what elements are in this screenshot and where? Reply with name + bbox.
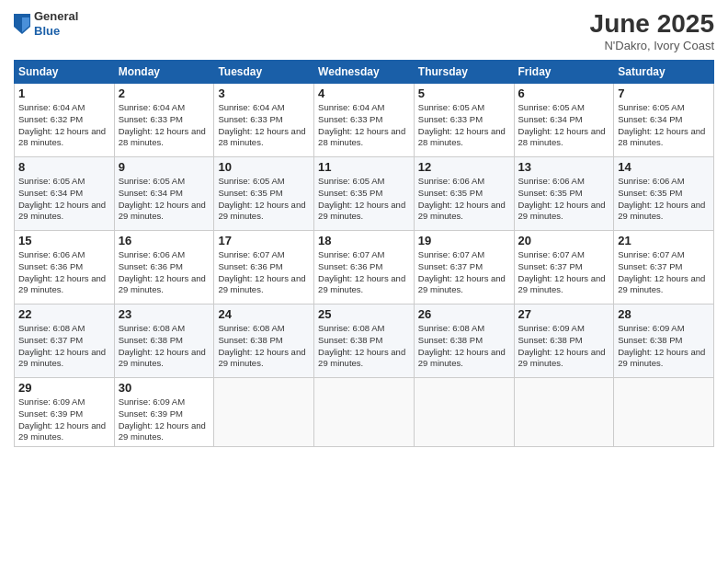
weekday-header-row: Sunday Monday Tuesday Wednesday Thursday… [15, 61, 714, 84]
table-row: 24 Sunrise: 6:08 AMSunset: 6:38 PMDaylig… [214, 304, 314, 378]
table-row: 10 Sunrise: 6:05 AMSunset: 6:35 PMDaylig… [214, 157, 314, 231]
calendar: Sunday Monday Tuesday Wednesday Thursday… [14, 60, 714, 447]
day-number: 20 [518, 234, 610, 247]
table-row: 26 Sunrise: 6:08 AMSunset: 6:38 PMDaylig… [414, 304, 514, 378]
table-row [514, 378, 614, 447]
day-info: Sunrise: 6:08 AMSunset: 6:38 PMDaylight:… [218, 323, 305, 368]
day-info: Sunrise: 6:05 AMSunset: 6:33 PMDaylight:… [418, 102, 506, 147]
logo: General Blue [14, 9, 78, 38]
logo-general-text: General [34, 9, 78, 24]
month-title: June 2025 [590, 9, 714, 39]
day-number: 27 [518, 307, 610, 321]
logo-text: General Blue [34, 9, 78, 38]
day-info: Sunrise: 6:05 AMSunset: 6:34 PMDaylight:… [618, 102, 705, 147]
day-info: Sunrise: 6:05 AMSunset: 6:34 PMDaylight:… [119, 176, 206, 221]
header-saturday: Saturday [614, 61, 714, 84]
day-info: Sunrise: 6:06 AMSunset: 6:35 PMDaylight:… [618, 176, 705, 221]
header: General Blue June 2025 N'Dakro, Ivory Co… [14, 9, 714, 52]
table-row: 2 Sunrise: 6:04 AMSunset: 6:33 PMDayligh… [114, 84, 214, 157]
day-info: Sunrise: 6:04 AMSunset: 6:33 PMDaylight:… [119, 102, 206, 147]
day-number: 26 [418, 307, 510, 321]
table-row [414, 378, 514, 447]
day-number: 22 [18, 307, 110, 321]
day-number: 5 [418, 86, 510, 100]
day-info: Sunrise: 6:09 AMSunset: 6:39 PMDaylight:… [119, 396, 206, 442]
day-number: 16 [119, 234, 210, 247]
table-row: 6 Sunrise: 6:05 AMSunset: 6:34 PMDayligh… [514, 84, 614, 157]
table-row: 14 Sunrise: 6:06 AMSunset: 6:35 PMDaylig… [614, 157, 714, 231]
table-row: 12 Sunrise: 6:06 AMSunset: 6:35 PMDaylig… [414, 157, 514, 231]
logo-icon [14, 14, 30, 34]
day-info: Sunrise: 6:08 AMSunset: 6:38 PMDaylight:… [119, 323, 206, 368]
table-row: 4 Sunrise: 6:04 AMSunset: 6:33 PMDayligh… [314, 84, 415, 157]
day-info: Sunrise: 6:07 AMSunset: 6:36 PMDaylight:… [318, 249, 405, 294]
day-info: Sunrise: 6:07 AMSunset: 6:36 PMDaylight:… [218, 249, 305, 294]
day-info: Sunrise: 6:04 AMSunset: 6:33 PMDaylight:… [218, 102, 305, 147]
logo-blue-text: Blue [34, 24, 78, 39]
day-number: 29 [18, 381, 110, 395]
day-info: Sunrise: 6:08 AMSunset: 6:38 PMDaylight:… [418, 323, 506, 368]
day-number: 12 [418, 160, 510, 174]
header-thursday: Thursday [414, 61, 514, 84]
day-number: 8 [18, 160, 110, 174]
table-row: 28 Sunrise: 6:09 AMSunset: 6:38 PMDaylig… [614, 304, 714, 378]
day-number: 6 [518, 86, 610, 100]
day-number: 15 [18, 234, 110, 247]
day-number: 9 [119, 160, 210, 174]
day-number: 10 [218, 160, 310, 174]
day-number: 18 [318, 234, 410, 247]
day-info: Sunrise: 6:06 AMSunset: 6:36 PMDaylight:… [119, 249, 206, 294]
table-row: 20 Sunrise: 6:07 AMSunset: 6:37 PMDaylig… [514, 231, 614, 304]
table-row: 9 Sunrise: 6:05 AMSunset: 6:34 PMDayligh… [114, 157, 214, 231]
table-row: 7 Sunrise: 6:05 AMSunset: 6:34 PMDayligh… [614, 84, 714, 157]
table-row: 30 Sunrise: 6:09 AMSunset: 6:39 PMDaylig… [114, 378, 214, 447]
table-row: 22 Sunrise: 6:08 AMSunset: 6:37 PMDaylig… [15, 304, 115, 378]
day-info: Sunrise: 6:05 AMSunset: 6:34 PMDaylight:… [518, 102, 606, 147]
day-info: Sunrise: 6:09 AMSunset: 6:38 PMDaylight:… [618, 323, 705, 368]
day-number: 1 [18, 86, 110, 100]
location: N'Dakro, Ivory Coast [590, 39, 714, 52]
header-wednesday: Wednesday [314, 61, 415, 84]
table-row: 29 Sunrise: 6:09 AMSunset: 6:39 PMDaylig… [15, 378, 115, 447]
day-number: 17 [218, 234, 310, 247]
day-info: Sunrise: 6:06 AMSunset: 6:35 PMDaylight:… [518, 176, 606, 221]
table-row: 5 Sunrise: 6:05 AMSunset: 6:33 PMDayligh… [414, 84, 514, 157]
table-row: 19 Sunrise: 6:07 AMSunset: 6:37 PMDaylig… [414, 231, 514, 304]
header-friday: Friday [514, 61, 614, 84]
table-row: 18 Sunrise: 6:07 AMSunset: 6:36 PMDaylig… [314, 231, 415, 304]
day-info: Sunrise: 6:04 AMSunset: 6:32 PMDaylight:… [18, 102, 106, 147]
day-info: Sunrise: 6:07 AMSunset: 6:37 PMDaylight:… [518, 249, 606, 294]
day-info: Sunrise: 6:05 AMSunset: 6:35 PMDaylight:… [218, 176, 305, 221]
day-number: 30 [119, 381, 210, 395]
day-info: Sunrise: 6:09 AMSunset: 6:39 PMDaylight:… [18, 396, 106, 442]
table-row: 25 Sunrise: 6:08 AMSunset: 6:38 PMDaylig… [314, 304, 415, 378]
day-number: 14 [618, 160, 710, 174]
table-row [314, 378, 415, 447]
table-row: 17 Sunrise: 6:07 AMSunset: 6:36 PMDaylig… [214, 231, 314, 304]
day-number: 2 [119, 86, 210, 100]
day-number: 25 [318, 307, 410, 321]
day-number: 7 [618, 86, 710, 100]
table-row: 21 Sunrise: 6:07 AMSunset: 6:37 PMDaylig… [614, 231, 714, 304]
table-row: 11 Sunrise: 6:05 AMSunset: 6:35 PMDaylig… [314, 157, 415, 231]
day-number: 23 [119, 307, 210, 321]
table-row [214, 378, 314, 447]
table-row [614, 378, 714, 447]
title-area: June 2025 N'Dakro, Ivory Coast [590, 9, 714, 52]
day-number: 3 [218, 86, 310, 100]
day-number: 11 [318, 160, 410, 174]
table-row: 27 Sunrise: 6:09 AMSunset: 6:38 PMDaylig… [514, 304, 614, 378]
day-number: 24 [218, 307, 310, 321]
day-info: Sunrise: 6:06 AMSunset: 6:36 PMDaylight:… [18, 249, 106, 294]
table-row: 8 Sunrise: 6:05 AMSunset: 6:34 PMDayligh… [15, 157, 115, 231]
day-number: 21 [618, 234, 710, 247]
day-number: 4 [318, 86, 410, 100]
page: General Blue June 2025 N'Dakro, Ivory Co… [0, 0, 728, 563]
header-sunday: Sunday [15, 61, 115, 84]
day-info: Sunrise: 6:09 AMSunset: 6:38 PMDaylight:… [518, 323, 606, 368]
table-row: 13 Sunrise: 6:06 AMSunset: 6:35 PMDaylig… [514, 157, 614, 231]
day-info: Sunrise: 6:08 AMSunset: 6:38 PMDaylight:… [318, 323, 405, 368]
table-row: 16 Sunrise: 6:06 AMSunset: 6:36 PMDaylig… [114, 231, 214, 304]
header-monday: Monday [114, 61, 214, 84]
table-row: 23 Sunrise: 6:08 AMSunset: 6:38 PMDaylig… [114, 304, 214, 378]
